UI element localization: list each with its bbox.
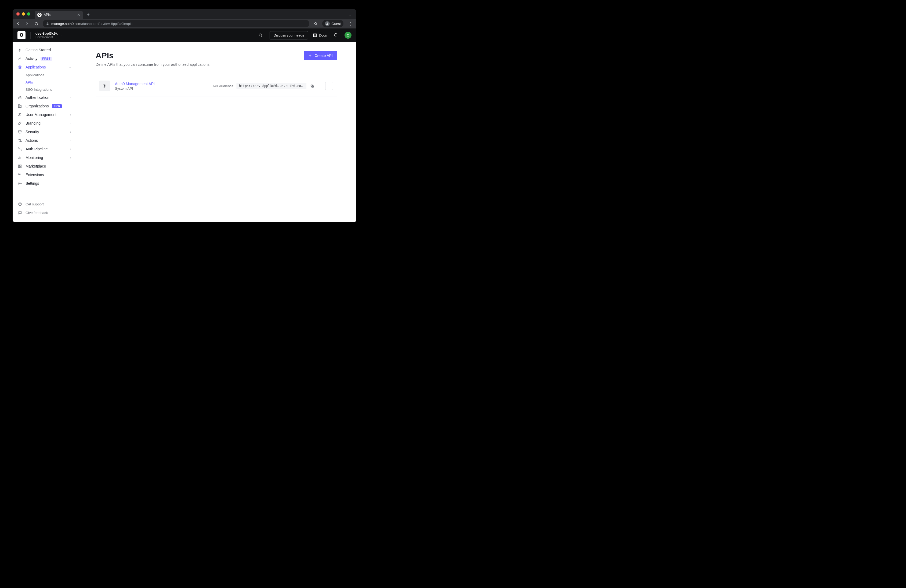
svg-rect-7 (20, 105, 21, 107)
svg-rect-18 (20, 165, 21, 166)
forward-button[interactable] (24, 21, 30, 26)
tenant-switcher[interactable]: dev-8ppl3x9k Development ⌄ (35, 32, 63, 39)
svg-point-3 (327, 22, 328, 24)
svg-point-12 (18, 148, 19, 148)
svg-rect-20 (20, 166, 21, 167)
svg-rect-1 (47, 24, 49, 25)
sidebar-item-auth-pipeline[interactable]: Auth Pipeline› (13, 145, 76, 153)
badge-new: NEW (52, 104, 62, 108)
sidebar-item-actions[interactable]: Actions› (13, 136, 76, 145)
window-maximize-button[interactable] (27, 12, 30, 16)
window-close-button[interactable] (16, 12, 19, 16)
sidebar-subitem-applications[interactable]: Applications (21, 72, 76, 79)
window-controls (15, 9, 33, 19)
new-tab-button[interactable]: ＋ (85, 11, 92, 18)
svg-point-29 (330, 86, 330, 86)
svg-rect-10 (18, 139, 19, 140)
sidebar: Getting StartedActivityFIRSTApplications… (13, 42, 76, 222)
sidebar-subitem-apis[interactable]: APIs (21, 79, 76, 86)
chevron-right-icon: › (70, 96, 71, 99)
chevron-right-icon: › (70, 139, 71, 142)
chat-icon (18, 210, 22, 215)
sidebar-item-user-management[interactable]: User Management› (13, 110, 76, 119)
gear-icon (99, 81, 110, 91)
zoom-button[interactable] (313, 22, 319, 26)
puzzle-icon (18, 172, 22, 177)
chevron-right-icon: › (70, 147, 71, 151)
sidebar-item-label: Security (26, 130, 39, 134)
browser-menu-button[interactable]: ⋮ (347, 21, 354, 26)
docs-link[interactable]: Docs (313, 33, 327, 37)
sidebar-item-label: Authentication (26, 95, 49, 100)
grid-icon (18, 164, 22, 169)
sidebar-item-label: Marketplace (26, 164, 46, 168)
sidebar-item-branding[interactable]: Branding› (13, 119, 76, 127)
profile-icon (325, 21, 330, 26)
copy-button[interactable] (308, 83, 316, 89)
api-type: System API (115, 86, 185, 91)
tab-close-button[interactable]: ✕ (77, 13, 80, 17)
api-name-link[interactable]: Auth0 Management API (115, 81, 185, 86)
sidebar-item-security[interactable]: Security› (13, 127, 76, 136)
svg-rect-14 (19, 158, 19, 159)
sidebar-item-label: Settings (26, 181, 39, 185)
svg-point-4 (259, 33, 262, 36)
svg-point-27 (328, 86, 329, 86)
sidebar-subitem-sso-integrations[interactable]: SSO Integrations (21, 86, 76, 93)
address-bar[interactable]: manage.auth0.com/dashboard/us/dev-8ppl3x… (43, 20, 309, 27)
tabs-dropdown-button[interactable]: ⌄ (349, 13, 354, 19)
help-icon (18, 202, 22, 207)
svg-point-23 (20, 205, 20, 205)
profile-chip[interactable]: Guest (322, 20, 343, 27)
window-minimize-button[interactable] (22, 12, 25, 16)
chevron-right-icon: › (70, 113, 71, 116)
sidebar-item-settings[interactable]: Settings (13, 179, 76, 188)
sidebar-item-activity[interactable]: ActivityFIRST (13, 54, 76, 63)
sidebar-item-extensions[interactable]: Extensions (13, 171, 76, 179)
sidebar-item-marketplace[interactable]: Marketplace (13, 162, 76, 171)
sidebar-item-applications[interactable]: Applications⌄ (13, 63, 76, 72)
sidebar-item-label: Monitoring (26, 155, 43, 160)
gear-icon (18, 181, 22, 186)
sidebar-item-monitoring[interactable]: Monitoring› (13, 153, 76, 162)
svg-point-13 (21, 150, 21, 150)
row-menu-button[interactable] (325, 82, 333, 90)
browser-tab-bar: APIs ✕ ＋ ⌄ (13, 9, 356, 19)
users-icon (18, 112, 22, 117)
audience-value: https://dev-8ppl3x9k.us.auth0.com/api… (236, 83, 306, 89)
reload-button[interactable] (33, 22, 39, 26)
svg-point-21 (19, 183, 21, 184)
bolt-icon (18, 48, 22, 53)
user-avatar[interactable]: C (345, 32, 351, 39)
browser-window: APIs ✕ ＋ ⌄ manage.auth0.com/dashboard/us… (13, 9, 356, 222)
discuss-needs-button[interactable]: Discuss your needs (270, 31, 308, 40)
org-icon (18, 104, 22, 108)
api-row: Auth0 Management API System API API Audi… (96, 76, 337, 96)
notifications-button[interactable] (332, 33, 340, 38)
badge-first: FIRST (41, 57, 52, 61)
svg-point-24 (104, 85, 105, 86)
back-button[interactable] (15, 21, 21, 26)
svg-rect-16 (21, 157, 21, 159)
auth0-logo[interactable] (18, 31, 26, 39)
svg-rect-15 (19, 156, 20, 159)
sidebar-item-label: Extensions (26, 173, 44, 177)
sidebar-item-organizations[interactable]: OrganizationsNEW (13, 102, 76, 110)
browser-tab[interactable]: APIs ✕ (35, 11, 83, 19)
create-api-button[interactable]: ＋ Create API (304, 51, 337, 60)
sidebar-footer-get-support[interactable]: Get support (13, 200, 76, 208)
page-description: Define APIs that you can consume from yo… (96, 62, 337, 67)
sidebar-item-authentication[interactable]: Authentication› (13, 93, 76, 102)
sidebar-item-label: Organizations (26, 104, 49, 108)
chevron-right-icon: › (70, 122, 71, 125)
tenant-name: dev-8ppl3x9k (35, 32, 57, 36)
svg-rect-5 (19, 97, 21, 99)
plus-icon: ＋ (308, 53, 312, 58)
svg-rect-6 (19, 105, 20, 108)
header-search-button[interactable] (257, 33, 265, 38)
chart-icon (18, 56, 22, 61)
sidebar-item-getting-started[interactable]: Getting Started (13, 46, 76, 54)
sidebar-footer-give-feedback[interactable]: Give feedback (13, 208, 76, 217)
app-header: dev-8ppl3x9k Development ⌄ Discuss your … (13, 29, 356, 42)
pipeline-icon (18, 147, 22, 151)
